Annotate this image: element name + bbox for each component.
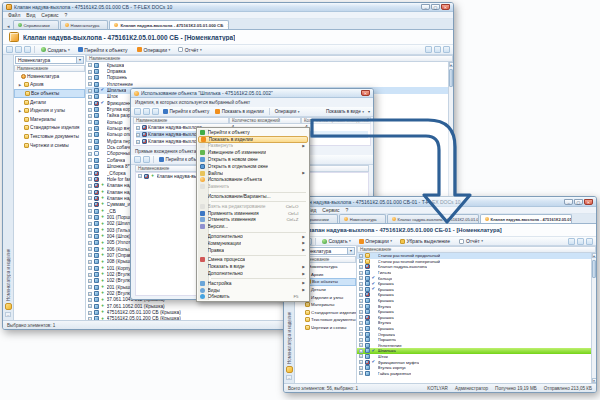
- toolbar-icon[interactable]: [6, 46, 13, 53]
- toolbar-button[interactable]: Отчёт ▾: [456, 237, 486, 245]
- row-expander-icon[interactable]: +: [88, 76, 92, 80]
- row-expander-icon[interactable]: +: [359, 254, 363, 258]
- row-expander-icon[interactable]: +: [88, 222, 92, 226]
- row-expander-icon[interactable]: +: [88, 209, 92, 213]
- toolbar-overflow-icon[interactable]: ▾: [368, 109, 370, 114]
- context-menu-item[interactable]: Взять на редактирование Ctrl+O: [198, 203, 308, 210]
- toolbar-button[interactable]: Операции ▾: [356, 237, 395, 245]
- context-menu-item[interactable]: Открыть в новом окне: [198, 156, 308, 163]
- document-tab[interactable]: Справочники: [13, 20, 59, 29]
- context-menu-item[interactable]: Показать в виде ▶: [198, 263, 308, 270]
- tree-item[interactable]: Номенклатура: [14, 72, 85, 81]
- row-expander-icon[interactable]: +: [359, 338, 363, 342]
- tab-close-icon[interactable]: ✕: [227, 23, 229, 28]
- tree-item[interactable]: Стандартные изделия: [14, 124, 85, 133]
- tree-item[interactable]: Материалы: [14, 115, 85, 124]
- row-expander-icon[interactable]: +: [88, 196, 92, 200]
- row-expander-icon[interactable]: +: [359, 366, 363, 370]
- menubar-item[interactable]: Файл: [8, 12, 20, 18]
- maximize-button[interactable]: ▢: [574, 199, 583, 205]
- tree-item[interactable]: Стандартные изделия: [295, 309, 356, 317]
- toolbar-icon[interactable]: [15, 46, 22, 53]
- collapse-strip-icon[interactable]: –: [5, 312, 11, 317]
- tree-item[interactable]: Все объекты: [14, 89, 85, 98]
- row-expander-icon[interactable]: +: [88, 89, 92, 93]
- maximize-button[interactable]: ▢: [431, 4, 440, 10]
- row-expander-icon[interactable]: +: [359, 259, 363, 263]
- row-expander-icon[interactable]: +: [88, 241, 92, 245]
- operations-button[interactable]: Операции▾: [273, 109, 302, 114]
- context-menu-item[interactable]: Извещение об изменении: [198, 149, 308, 156]
- tab-scroll-left-icon[interactable]: ◂: [5, 23, 12, 29]
- row-expander-icon[interactable]: +: [88, 120, 92, 124]
- context-menu-item[interactable]: Использование объекта: [198, 177, 308, 184]
- context-menu-item[interactable]: Показать в изделии: [198, 136, 308, 143]
- dialog-titlebar[interactable]: Использование объекта "Шпилька - 475161К…: [131, 89, 373, 98]
- toolbar-button[interactable]: Отчёт ▾: [175, 46, 205, 54]
- context-menu-item[interactable]: Дополнительно ▶: [198, 270, 308, 277]
- row-expander-icon[interactable]: +: [88, 146, 92, 150]
- document-tab[interactable]: Клапан надува-выхлопа - 475161К2.05.01.0…: [109, 20, 229, 29]
- refresh-icon[interactable]: [586, 238, 593, 245]
- print-icon[interactable]: [568, 238, 575, 245]
- column-occurrences[interactable]: Количество вхождений: [229, 117, 301, 124]
- row-expander-icon[interactable]: +: [359, 304, 363, 308]
- menubar-item[interactable]: ?: [64, 12, 67, 18]
- save-icon[interactable]: [143, 156, 150, 163]
- row-expander-icon[interactable]: +: [359, 276, 363, 280]
- minimize-button[interactable]: –: [421, 4, 430, 10]
- row-expander-icon[interactable]: +: [88, 171, 92, 175]
- row-expander-icon[interactable]: +: [88, 260, 92, 264]
- hand-icon[interactable]: [5, 303, 12, 310]
- row-expander-icon[interactable]: +: [359, 343, 363, 347]
- column-direct-occurrences[interactable]: Количество прямых вхождений: [301, 117, 371, 124]
- tree-expander-icon[interactable]: ▶: [18, 83, 22, 87]
- row-expander-icon[interactable]: +: [359, 310, 363, 314]
- context-menu-item[interactable]: Обновить F5: [198, 294, 308, 301]
- row-expander-icon[interactable]: +: [88, 82, 92, 86]
- menubar-item[interactable]: ?: [345, 207, 348, 213]
- column-name[interactable]: Наименование: [133, 117, 229, 124]
- row-expander-icon[interactable]: +: [359, 265, 363, 269]
- row-expander-icon[interactable]: +: [88, 304, 92, 308]
- row-expander-icon[interactable]: +: [88, 266, 92, 270]
- context-menu-item[interactable]: Заменить: [198, 183, 308, 190]
- context-menu-item[interactable]: Отменить изменения Ctrl+Z: [198, 217, 308, 224]
- window2-scrollbar[interactable]: ▲ ▼: [591, 253, 596, 383]
- close-button[interactable]: ✕: [584, 199, 593, 205]
- menubar-item[interactable]: Вид: [26, 12, 35, 18]
- row-expander-icon[interactable]: +: [138, 174, 142, 178]
- row-expander-icon[interactable]: +: [88, 70, 92, 74]
- row-expander-icon[interactable]: +: [88, 292, 92, 296]
- document-tab[interactable]: Клапан надува-выхлопа - 475161К2.05.01.0…: [387, 214, 479, 223]
- context-menu-item[interactable]: Смена процесса: [198, 257, 308, 264]
- row-expander-icon[interactable]: +: [88, 285, 92, 289]
- row-expander-icon[interactable]: +: [88, 133, 92, 137]
- dialog-close-button[interactable]: ✕: [361, 90, 370, 96]
- row-expander-icon[interactable]: +: [88, 279, 92, 283]
- tree-item[interactable]: ▶ Архив: [14, 81, 85, 90]
- row-expander-icon[interactable]: +: [88, 190, 92, 194]
- row-expander-icon[interactable]: +: [88, 311, 92, 315]
- print-icon[interactable]: [425, 46, 432, 53]
- row-expander-icon[interactable]: +: [359, 293, 363, 297]
- refresh-icon[interactable]: [443, 46, 450, 53]
- hand-icon[interactable]: [286, 366, 293, 373]
- context-menu-item[interactable]: Дополнительно ▶: [198, 233, 308, 240]
- row-expander-icon[interactable]: +: [88, 273, 92, 277]
- tree-item[interactable]: Чертежи и схемы: [14, 141, 85, 150]
- row-expander-icon[interactable]: +: [359, 287, 363, 291]
- row-expander-icon[interactable]: +: [88, 158, 92, 162]
- context-menu-item[interactable]: Открыть в отдельном окне: [198, 163, 308, 170]
- row-expander-icon[interactable]: +: [359, 315, 363, 319]
- row-expander-icon[interactable]: +: [88, 215, 92, 219]
- row-expander-icon[interactable]: +: [359, 327, 363, 331]
- tree-item[interactable]: Текстовые документы: [14, 132, 85, 141]
- document-tab[interactable]: Номенклатура: [60, 20, 109, 29]
- row-expander-icon[interactable]: +: [359, 271, 363, 275]
- close-button[interactable]: ✕: [441, 4, 450, 10]
- context-menu-item[interactable]: Версии...: [198, 223, 308, 230]
- tree-item[interactable]: ▶ Изделия и узлы: [14, 106, 85, 115]
- row-expander-icon[interactable]: +: [88, 165, 92, 169]
- row-expander-icon[interactable]: +: [359, 349, 363, 353]
